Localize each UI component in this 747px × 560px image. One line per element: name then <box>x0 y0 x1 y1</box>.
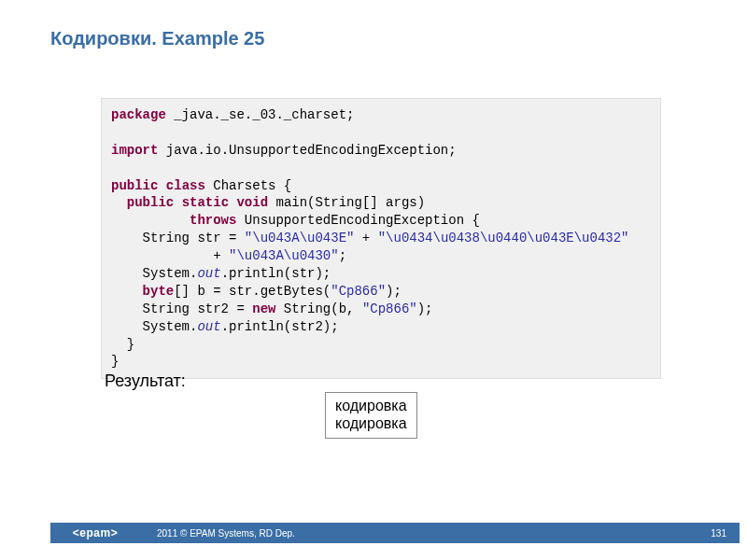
code-text: + <box>354 231 377 245</box>
code-text: ); <box>417 301 433 316</box>
keyword-package: package <box>111 107 166 122</box>
epam-logo: <epam> <box>50 523 140 543</box>
keyword-throws: throws <box>190 213 236 228</box>
code-text: .println(str2); <box>221 319 339 334</box>
throws-clause: UnsupportedEncodingException { <box>236 213 479 228</box>
string-literal: "\u043A\u043E" <box>245 231 355 245</box>
string-literal: "Cp866" <box>331 284 386 299</box>
footer-bar: <epam> 2011 © EPAM Systems, RD Dep. 131 <box>50 523 740 543</box>
code-block: package _java._se._03._charset; import j… <box>101 98 661 379</box>
code-text: System. <box>111 319 197 334</box>
field-out: out <box>197 319 220 334</box>
result-line: кодировка <box>335 414 407 432</box>
code-text: String str2 = <box>111 301 252 316</box>
keyword-class: class <box>166 178 205 193</box>
keyword-static: static <box>182 195 229 210</box>
keyword-void: void <box>236 195 268 210</box>
class-name: Charsets { <box>205 178 291 193</box>
main-signature: main(String[] args) <box>268 195 425 210</box>
code-text: + <box>111 248 229 263</box>
import-path: java.io.UnsupportedEncodingException; <box>158 143 456 158</box>
footer-copyright: 2011 © EPAM Systems, RD Dep. <box>140 528 711 539</box>
code-text: .println(str); <box>221 266 331 281</box>
field-out: out <box>197 266 220 281</box>
code-text: String str = <box>111 231 245 245</box>
result-label: Результат: <box>105 371 186 391</box>
package-path: _java._se._03._charset; <box>166 107 355 122</box>
string-literal: "\u043A\u0430" <box>229 248 339 263</box>
code-text: ; <box>339 248 346 263</box>
result-output: кодировка кодировка <box>325 392 417 439</box>
code-text: } <box>111 337 134 352</box>
keyword-byte: byte <box>143 284 175 299</box>
code-text: System. <box>111 266 197 281</box>
keyword-public: public <box>111 178 158 193</box>
string-literal: "Cp866" <box>362 301 417 316</box>
slide-title: Кодировки. Example 25 <box>50 28 264 49</box>
code-text: ); <box>386 284 402 299</box>
page-number: 131 <box>711 528 740 539</box>
keyword-new: new <box>252 301 275 316</box>
slide: Кодировки. Example 25 package _java._se.… <box>0 0 747 560</box>
code-text: [] b = str.getBytes( <box>174 284 331 299</box>
result-line: кодировка <box>335 397 407 414</box>
string-literal: "\u0434\u0438\u0440\u043E\u0432" <box>378 231 629 245</box>
code-text: String(b, <box>275 301 361 316</box>
keyword-import: import <box>111 143 158 158</box>
code-text: } <box>111 354 119 369</box>
keyword-public: public <box>127 195 174 210</box>
